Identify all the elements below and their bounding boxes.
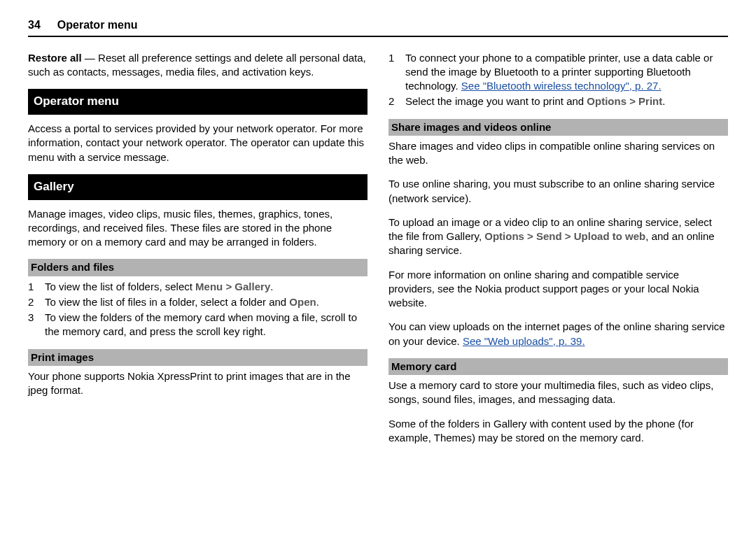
memory-card-heading: Memory card (388, 358, 728, 375)
page-header: 34 Operator menu (28, 17, 728, 37)
share-p2: To use online sharing, you must subscrib… (388, 177, 728, 206)
share-p3: To upload an image or a video clip to an… (388, 215, 728, 258)
gallery-heading: Gallery (28, 174, 368, 200)
print-images-text: Your phone supports Nokia XpressPrint to… (28, 369, 368, 398)
menu-path: Options > Send > Upload to web (484, 230, 645, 242)
item-post: . (316, 296, 319, 308)
item-content: Select the image you want to print and O… (405, 94, 728, 108)
item-number: 1 (28, 280, 45, 294)
item-content: To view the list of folders, select Menu… (45, 280, 368, 294)
item-number: 3 (28, 311, 45, 339)
item-pre: To view the folders of the memory card w… (45, 311, 357, 337)
memory-p2: Some of the folders in Gallery with cont… (388, 417, 728, 446)
bluetooth-link[interactable]: See "Bluetooth wireless technology", p. … (461, 80, 662, 92)
folders-files-heading: Folders and files (28, 259, 368, 276)
restore-all-sep: — (82, 52, 98, 64)
item-pre: Select the image you want to print and (405, 95, 587, 107)
list-item: 2 Select the image you want to print and… (388, 94, 728, 108)
list-item: 2 To view the list of files in a folder,… (28, 295, 368, 309)
left-column: Restore all — Reset all preference setti… (28, 51, 368, 455)
item-number: 1 (388, 51, 405, 94)
item-post: . (662, 95, 665, 107)
list-item: 1 To view the list of folders, select Me… (28, 280, 368, 294)
gallery-text: Manage images, video clips, music files,… (28, 207, 368, 250)
menu-path: Options > Print (587, 95, 662, 107)
list-item: 3 To view the folders of the memory card… (28, 311, 368, 339)
print-steps-list: 1 To connect your phone to a compatible … (388, 51, 728, 109)
restore-all-label: Restore all (28, 52, 82, 64)
page-number: 34 (28, 17, 41, 33)
web-uploads-link[interactable]: See "Web uploads", p. 39. (463, 335, 585, 347)
menu-path: Open (289, 296, 316, 308)
item-pre: To view the list of files in a folder, s… (45, 296, 289, 308)
folders-files-list: 1 To view the list of folders, select Me… (28, 280, 368, 339)
print-images-heading: Print images (28, 349, 368, 366)
share-heading: Share images and videos online (388, 119, 728, 136)
operator-menu-heading: Operator menu (28, 89, 368, 115)
memory-p1: Use a memory card to store your multimed… (388, 378, 728, 407)
content-columns: Restore all — Reset all preference setti… (28, 51, 728, 455)
item-content: To view the folders of the memory card w… (45, 311, 368, 339)
menu-path: Menu > Gallery (195, 281, 270, 292)
item-pre: To view the list of folders, select (45, 281, 195, 292)
share-p5: You can view uploads on the internet pag… (388, 320, 728, 348)
share-p1: Share images and video clips in compatib… (388, 139, 728, 168)
right-column: 1 To connect your phone to a compatible … (388, 51, 728, 455)
operator-menu-text: Access a portal to services provided by … (28, 122, 368, 164)
list-item: 1 To connect your phone to a compatible … (388, 51, 728, 94)
item-content: To connect your phone to a compatible pr… (405, 51, 728, 94)
share-p4: For more information on online sharing a… (388, 268, 728, 311)
item-content: To view the list of files in a folder, s… (45, 295, 368, 309)
item-number: 2 (28, 295, 45, 309)
item-number: 2 (388, 94, 405, 108)
item-post: . (270, 281, 273, 292)
header-title: Operator menu (57, 17, 138, 33)
restore-all-paragraph: Restore all — Reset all preference setti… (28, 51, 368, 80)
